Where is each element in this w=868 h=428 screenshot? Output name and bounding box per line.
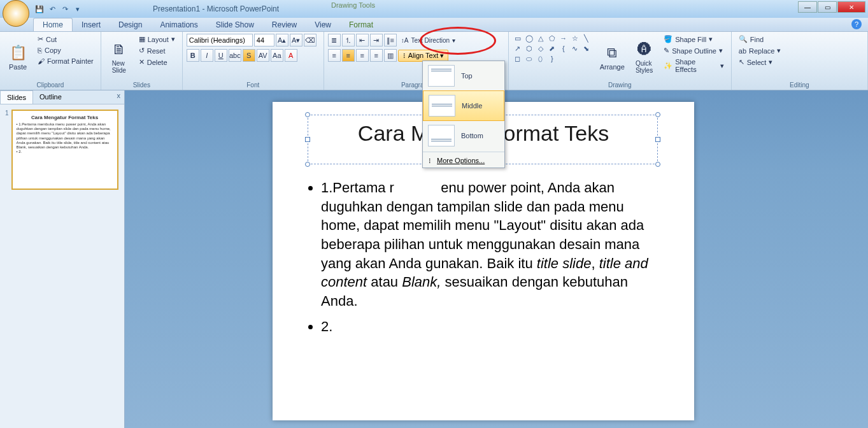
shrink-font-button[interactable]: A▾ (290, 34, 302, 46)
maximize-button[interactable]: ▭ (818, 1, 837, 13)
tab-insert[interactable]: Insert (73, 18, 110, 31)
bullets-button[interactable]: ≣ (328, 34, 341, 46)
save-icon[interactable]: 💾 (34, 4, 45, 14)
layout-icon: ▦ (139, 35, 145, 43)
group-label-font: Font (187, 81, 320, 89)
handle-tl[interactable] (305, 112, 310, 117)
slide-thumbnail-1[interactable]: Cara Mengatur Format Teks • 1.Pertama me… (11, 110, 118, 190)
new-slide-icon: 🗎 (109, 39, 129, 60)
layout-button[interactable]: ▦Layout▾ (136, 34, 178, 45)
close-button[interactable]: ✕ (837, 1, 865, 13)
align-center-button[interactable]: ≡ (342, 49, 355, 62)
numbering-button[interactable]: ⒈ (342, 34, 355, 46)
bold-button[interactable]: B (187, 49, 199, 62)
change-case-button[interactable]: Aa (271, 49, 283, 62)
reset-button[interactable]: ↺Reset (136, 45, 178, 56)
effects-icon: ✨ (664, 62, 672, 70)
arrange-button[interactable]: ⧉Arrange (597, 34, 628, 80)
replace-button[interactable]: abReplace▾ (736, 45, 785, 56)
group-label-editing: Editing (736, 81, 864, 89)
copy-button[interactable]: ⎘Copy (34, 45, 97, 55)
inc-indent-button[interactable]: ⇥ (370, 34, 383, 46)
reset-icon: ↺ (139, 46, 145, 55)
shadow-button[interactable]: S (243, 49, 255, 62)
outline-icon: ✎ (664, 46, 669, 55)
grow-font-button[interactable]: A▴ (276, 34, 288, 46)
shape-outline-button[interactable]: ✎Shape Outline▾ (660, 45, 727, 56)
align-text-menu: Top Middle Bottom ⫶ More Options... (422, 61, 505, 168)
tab-slideshow[interactable]: Slide Show (207, 18, 263, 31)
group-clipboard: 📋 Paste ✂Cut ⎘Copy 🖌Format Painter Clipb… (0, 32, 101, 90)
office-button[interactable] (3, 0, 29, 27)
columns-button[interactable]: ▥ (384, 49, 397, 62)
line-spacing-button[interactable]: ‖≡ (384, 34, 397, 46)
handle-rm[interactable] (655, 137, 660, 142)
tab-animations[interactable]: Animations (151, 18, 206, 31)
tab-review[interactable]: Review (263, 18, 306, 31)
select-button[interactable]: ↖Select▾ (736, 57, 785, 68)
side-panel-close[interactable]: x (113, 90, 125, 104)
document-title: Presentation1 - Microsoft PowerPoint (153, 4, 279, 13)
minimize-button[interactable]: — (798, 1, 817, 13)
tab-format[interactable]: Format (340, 18, 382, 31)
tab-design[interactable]: Design (110, 18, 151, 31)
handle-bl[interactable] (305, 162, 310, 167)
shapes-gallery[interactable]: ▭◯△⬠→☆ ╲↗⬡◇⬈{ ∿⬊◻⬭⬯} (513, 34, 594, 63)
font-size-select[interactable] (254, 34, 274, 46)
clear-format-button[interactable]: ⌫ (304, 34, 317, 46)
tab-view[interactable]: View (306, 18, 340, 31)
strike-button[interactable]: abc (229, 49, 241, 62)
align-right-button[interactable]: ≡ (356, 49, 369, 62)
dec-indent-button[interactable]: ⇤ (356, 34, 369, 46)
spacing-button[interactable]: AV (257, 49, 269, 62)
slides-panel: Slides Outline x 1 Cara Mengatur Format … (0, 90, 125, 428)
find-button[interactable]: 🔍Find (736, 34, 785, 45)
find-icon: 🔍 (739, 35, 748, 43)
group-label-clipboard: Clipboard (4, 81, 97, 89)
new-slide-button[interactable]: 🗎 New Slide (105, 34, 133, 80)
quick-styles-button[interactable]: 🅐Quick Styles (630, 34, 658, 80)
shape-fill-button[interactable]: 🪣Shape Fill▾ (660, 34, 727, 45)
justify-button[interactable]: ≡ (370, 49, 383, 62)
delete-button[interactable]: ✕Delete (136, 57, 178, 68)
title-bar: 💾 ↶ ↷ ▾ Presentation1 - Microsoft PowerP… (0, 0, 868, 18)
align-left-button[interactable]: ≡ (328, 49, 341, 62)
align-top-item[interactable]: Top (423, 61, 504, 90)
font-family-select[interactable] (187, 34, 253, 46)
new-slide-label: New Slide (112, 60, 126, 74)
align-middle-item[interactable]: Middle (423, 90, 504, 121)
format-painter-button[interactable]: 🖌Format Painter (34, 56, 97, 66)
handle-tr[interactable] (655, 112, 660, 117)
bullet-2: 2. (321, 317, 656, 336)
cut-button[interactable]: ✂Cut (34, 34, 97, 45)
undo-icon[interactable]: ↶ (47, 4, 57, 14)
handle-br[interactable] (655, 162, 660, 167)
help-icon[interactable]: ? (851, 19, 862, 29)
underline-button[interactable]: U (215, 49, 227, 62)
font-color-button[interactable]: A (285, 49, 297, 62)
slide-body-text[interactable]: 1.Pertama rmembeenu power point, Anda ak… (312, 178, 656, 343)
window-controls: — ▭ ✕ (797, 1, 865, 13)
side-panel-tabs: Slides Outline x (0, 90, 124, 104)
contextual-tab-label: Drawing Tools (331, 1, 375, 9)
align-bottom-item[interactable]: Bottom (423, 121, 504, 150)
brush-icon: 🖌 (38, 57, 45, 65)
arrange-icon: ⧉ (602, 43, 622, 63)
tab-home[interactable]: Home (33, 18, 73, 31)
align-more-options-item[interactable]: ⫶ More Options... (423, 153, 504, 168)
group-label-drawing: Drawing (513, 81, 727, 89)
align-text-button[interactable]: ⫶ Align Text ▾ (398, 50, 449, 62)
side-tab-outline[interactable]: Outline (33, 90, 68, 104)
shape-effects-button[interactable]: ✨Shape Effects▾ (660, 57, 727, 75)
thumb-number: 1 (5, 110, 9, 117)
text-direction-button[interactable]: ↕AText Direction▾ (398, 36, 459, 45)
chevron-down-icon: ▾ (440, 52, 444, 60)
paste-button[interactable]: 📋 Paste (4, 34, 32, 80)
bullet-1: 1.Pertama rmembeenu power point, Anda ak… (321, 178, 656, 311)
group-editing: 🔍Find abReplace▾ ↖Select▾ Editing (732, 32, 868, 90)
qat-dropdown-icon[interactable]: ▾ (73, 4, 83, 14)
italic-button[interactable]: I (201, 49, 213, 62)
side-tab-slides[interactable]: Slides (0, 90, 33, 104)
handle-lm[interactable] (305, 137, 310, 142)
redo-icon[interactable]: ↷ (60, 4, 70, 14)
